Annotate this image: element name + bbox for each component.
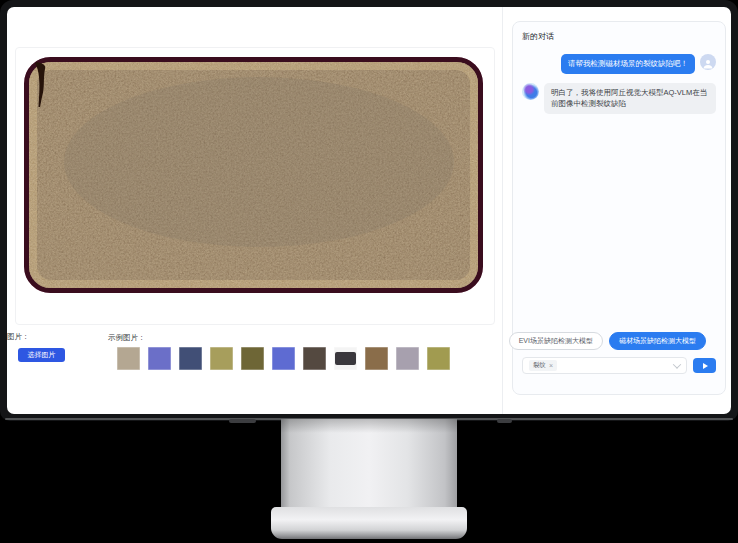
monitor-stand-neck <box>281 419 457 519</box>
example-thumbnail[interactable] <box>427 347 450 370</box>
chat-title: 新的对话 <box>522 31 716 42</box>
defect-tag-label: 裂纹 <box>533 361 546 370</box>
image-preview-card <box>15 47 495 325</box>
user-avatar <box>700 54 716 70</box>
example-thumbnail[interactable] <box>148 347 171 370</box>
pane-divider <box>502 7 503 414</box>
example-thumbnail[interactable] <box>272 347 295 370</box>
chat-panel: 新的对话 请帮我检测磁材场景的裂纹缺陷吧！ 明白了，我将使用阿丘视觉大模型AQ-… <box>512 21 726 395</box>
example-thumbnail[interactable] <box>117 347 140 370</box>
examples-label: 示例图片： <box>108 333 146 343</box>
defect-tag: 裂纹 × <box>529 360 557 371</box>
send-button[interactable] <box>693 358 716 373</box>
select-image-button[interactable]: 选择图片 <box>18 348 65 362</box>
example-thumbnails <box>117 347 450 370</box>
monitor-stand-base <box>271 507 467 539</box>
example-thumbnail[interactable] <box>303 347 326 370</box>
chevron-down-icon[interactable] <box>673 360 681 368</box>
chat-bottom-bar: EVI场景缺陷检测大模型 磁材场景缺陷检测大模型 裂纹 × <box>522 332 716 374</box>
assistant-avatar <box>522 83 539 100</box>
model-button-evi[interactable]: EVI场景缺陷检测大模型 <box>509 332 603 350</box>
scene: 图片： 选择图片 示例图片： 新的对话 请帮我检测磁材场景的裂纹缺陷吧！ <box>0 0 738 543</box>
magnet-sample-image <box>24 57 483 293</box>
assistant-message-bubble: 明白了，我将使用阿丘视觉大模型AQ-VLM在当前图像中检测裂纹缺陷 <box>544 83 716 114</box>
example-thumbnail[interactable] <box>334 347 357 370</box>
monitor-foot-shadow-left <box>229 419 256 423</box>
tag-remove-icon[interactable]: × <box>549 362 553 369</box>
model-buttons-row: EVI场景缺陷检测大模型 磁材场景缺陷检测大模型 <box>522 332 716 350</box>
example-thumbnail[interactable] <box>210 347 233 370</box>
upload-image-label: 图片： <box>7 332 30 342</box>
example-thumbnail[interactable] <box>241 347 264 370</box>
user-message-row: 请帮我检测磁材场景的裂纹缺陷吧！ <box>522 54 716 74</box>
monitor: 图片： 选择图片 示例图片： 新的对话 请帮我检测磁材场景的裂纹缺陷吧！ <box>0 0 738 421</box>
example-thumbnail[interactable] <box>365 347 388 370</box>
send-icon <box>703 363 708 369</box>
model-button-magnet[interactable]: 磁材场景缺陷检测大模型 <box>609 332 706 350</box>
screen: 图片： 选择图片 示例图片： 新的对话 请帮我检测磁材场景的裂纹缺陷吧！ <box>7 7 731 414</box>
person-icon <box>702 58 714 70</box>
example-thumbnail[interactable] <box>179 347 202 370</box>
monitor-foot-shadow-right <box>497 419 512 423</box>
user-message-bubble: 请帮我检测磁材场景的裂纹缺陷吧！ <box>561 54 695 74</box>
assistant-message-row: 明白了，我将使用阿丘视觉大模型AQ-VLM在当前图像中检测裂纹缺陷 <box>522 83 716 114</box>
example-thumbnail[interactable] <box>396 347 419 370</box>
defect-tag-select[interactable]: 裂纹 × <box>522 357 687 374</box>
chat-input-row: 裂纹 × <box>522 357 716 374</box>
